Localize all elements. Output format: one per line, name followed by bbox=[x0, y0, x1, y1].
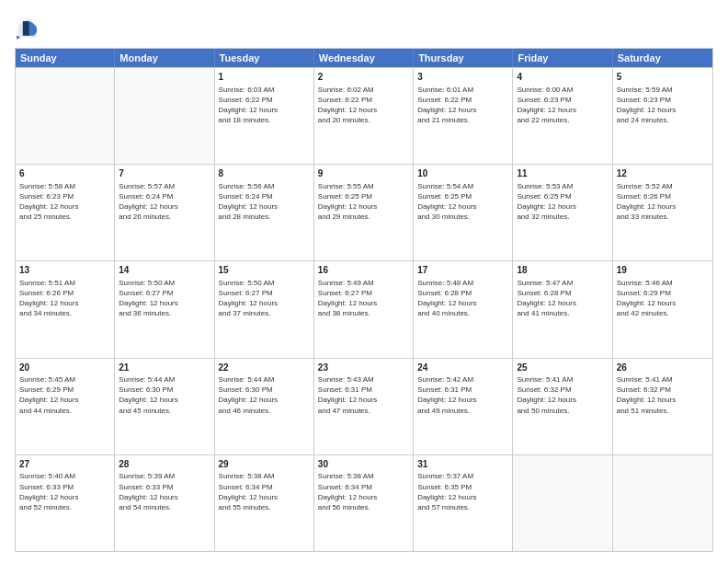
day-number: 13 bbox=[19, 264, 110, 277]
header-day-tuesday: Tuesday bbox=[215, 49, 314, 67]
day-number: 11 bbox=[517, 167, 608, 180]
header-day-wednesday: Wednesday bbox=[314, 49, 414, 67]
calendar-row-4: 20Sunrise: 5:45 AMSunset: 6:29 PMDayligh… bbox=[16, 358, 712, 454]
day-number: 1 bbox=[219, 71, 310, 84]
cell-text: Sunrise: 5:59 AMSunset: 6:23 PMDaylight:… bbox=[617, 85, 709, 126]
cell-text: Sunrise: 5:57 AMSunset: 6:24 PMDaylight:… bbox=[119, 181, 210, 223]
calendar-cell: 5Sunrise: 5:59 AMSunset: 6:23 PMDaylight… bbox=[613, 68, 712, 164]
calendar-cell: 6Sunrise: 5:58 AMSunset: 6:23 PMDaylight… bbox=[16, 165, 115, 260]
cell-text: Sunrise: 6:02 AMSunset: 6:22 PMDaylight:… bbox=[318, 85, 409, 126]
day-number: 24 bbox=[417, 362, 508, 374]
calendar-cell: 15Sunrise: 5:50 AMSunset: 6:27 PMDayligh… bbox=[215, 261, 314, 357]
header-day-saturday: Saturday bbox=[613, 49, 712, 67]
cell-text: Sunrise: 6:00 AMSunset: 6:23 PMDaylight:… bbox=[517, 85, 608, 126]
cell-text: Sunrise: 5:44 AMSunset: 6:30 PMDaylight:… bbox=[119, 374, 210, 416]
cell-text: Sunrise: 5:55 AMSunset: 6:25 PMDaylight:… bbox=[318, 181, 409, 223]
day-number: 12 bbox=[617, 167, 709, 180]
header-day-sunday: Sunday bbox=[16, 49, 115, 67]
calendar-cell bbox=[513, 455, 612, 551]
cell-text: Sunrise: 5:50 AMSunset: 6:27 PMDaylight:… bbox=[219, 278, 310, 319]
cell-text: Sunrise: 5:54 AMSunset: 6:25 PMDaylight:… bbox=[417, 181, 508, 223]
day-number: 30 bbox=[318, 458, 409, 471]
day-number: 28 bbox=[119, 458, 210, 471]
calendar-cell bbox=[16, 68, 115, 164]
cell-text: Sunrise: 5:58 AMSunset: 6:23 PMDaylight:… bbox=[19, 181, 110, 223]
cell-text: Sunrise: 5:38 AMSunset: 6:34 PMDaylight:… bbox=[219, 471, 310, 512]
day-number: 26 bbox=[617, 362, 709, 374]
calendar-cell: 24Sunrise: 5:42 AMSunset: 6:31 PMDayligh… bbox=[414, 359, 513, 454]
day-number: 3 bbox=[417, 71, 508, 84]
cell-text: Sunrise: 6:01 AMSunset: 6:22 PMDaylight:… bbox=[417, 85, 508, 126]
cell-text: Sunrise: 5:47 AMSunset: 6:28 PMDaylight:… bbox=[517, 278, 608, 319]
calendar-row-2: 6Sunrise: 5:58 AMSunset: 6:23 PMDaylight… bbox=[16, 164, 712, 260]
cell-text: Sunrise: 5:48 AMSunset: 6:28 PMDaylight:… bbox=[417, 278, 508, 319]
day-number: 19 bbox=[617, 264, 709, 277]
calendar-cell: 27Sunrise: 5:40 AMSunset: 6:33 PMDayligh… bbox=[16, 455, 115, 551]
calendar-cell bbox=[613, 455, 712, 551]
day-number: 31 bbox=[417, 458, 508, 471]
day-number: 8 bbox=[219, 167, 310, 180]
calendar-cell: 25Sunrise: 5:41 AMSunset: 6:32 PMDayligh… bbox=[513, 359, 612, 454]
day-number: 10 bbox=[417, 167, 508, 180]
day-number: 7 bbox=[119, 167, 210, 180]
day-number: 20 bbox=[19, 362, 110, 374]
calendar-cell: 17Sunrise: 5:48 AMSunset: 6:28 PMDayligh… bbox=[414, 261, 513, 357]
calendar-cell: 26Sunrise: 5:41 AMSunset: 6:32 PMDayligh… bbox=[613, 359, 712, 454]
day-number: 25 bbox=[517, 362, 608, 374]
calendar-cell: 18Sunrise: 5:47 AMSunset: 6:28 PMDayligh… bbox=[513, 261, 612, 357]
day-number: 27 bbox=[19, 458, 110, 471]
calendar-cell: 13Sunrise: 5:51 AMSunset: 6:26 PMDayligh… bbox=[16, 261, 115, 357]
calendar-cell: 21Sunrise: 5:44 AMSunset: 6:30 PMDayligh… bbox=[115, 359, 214, 454]
day-number: 17 bbox=[417, 264, 508, 277]
calendar-cell: 12Sunrise: 5:52 AMSunset: 6:26 PMDayligh… bbox=[613, 165, 712, 260]
header-day-monday: Monday bbox=[115, 49, 214, 67]
calendar-cell: 2Sunrise: 6:02 AMSunset: 6:22 PMDaylight… bbox=[314, 68, 414, 164]
calendar-cell: 19Sunrise: 5:46 AMSunset: 6:29 PMDayligh… bbox=[613, 261, 712, 357]
cell-text: Sunrise: 5:56 AMSunset: 6:24 PMDaylight:… bbox=[219, 181, 310, 223]
cell-text: Sunrise: 5:50 AMSunset: 6:27 PMDaylight:… bbox=[119, 278, 210, 319]
cell-text: Sunrise: 5:46 AMSunset: 6:29 PMDaylight:… bbox=[617, 278, 709, 319]
calendar-cell: 28Sunrise: 5:39 AMSunset: 6:33 PMDayligh… bbox=[115, 455, 214, 551]
calendar: SundayMondayTuesdayWednesdayThursdayFrid… bbox=[15, 48, 713, 552]
calendar-cell: 30Sunrise: 5:38 AMSunset: 6:34 PMDayligh… bbox=[314, 455, 414, 551]
cell-text: Sunrise: 5:41 AMSunset: 6:32 PMDaylight:… bbox=[617, 374, 709, 416]
logo: ▶ bbox=[15, 15, 44, 40]
day-number: 6 bbox=[19, 167, 110, 180]
day-number: 23 bbox=[318, 362, 409, 374]
calendar-cell: 11Sunrise: 5:53 AMSunset: 6:25 PMDayligh… bbox=[513, 165, 612, 260]
calendar-cell: 3Sunrise: 6:01 AMSunset: 6:22 PMDaylight… bbox=[414, 68, 513, 164]
logo-icon: ▶ bbox=[15, 15, 40, 40]
cell-text: Sunrise: 5:49 AMSunset: 6:27 PMDaylight:… bbox=[318, 278, 409, 319]
day-number: 15 bbox=[219, 264, 310, 277]
calendar-cell: 8Sunrise: 5:56 AMSunset: 6:24 PMDaylight… bbox=[215, 165, 314, 260]
cell-text: Sunrise: 5:37 AMSunset: 6:35 PMDaylight:… bbox=[417, 471, 508, 512]
calendar-row-5: 27Sunrise: 5:40 AMSunset: 6:33 PMDayligh… bbox=[16, 454, 712, 551]
calendar-header: SundayMondayTuesdayWednesdayThursdayFrid… bbox=[16, 49, 712, 67]
cell-text: Sunrise: 5:52 AMSunset: 6:26 PMDaylight:… bbox=[617, 181, 709, 223]
calendar-cell: 4Sunrise: 6:00 AMSunset: 6:23 PMDaylight… bbox=[513, 68, 612, 164]
header-day-thursday: Thursday bbox=[414, 49, 513, 67]
cell-text: Sunrise: 5:39 AMSunset: 6:33 PMDaylight:… bbox=[119, 471, 210, 512]
header-day-friday: Friday bbox=[513, 49, 612, 67]
calendar-cell: 9Sunrise: 5:55 AMSunset: 6:25 PMDaylight… bbox=[314, 165, 414, 260]
calendar-cell: 16Sunrise: 5:49 AMSunset: 6:27 PMDayligh… bbox=[314, 261, 414, 357]
day-number: 16 bbox=[318, 264, 409, 277]
day-number: 22 bbox=[219, 362, 310, 374]
day-number: 21 bbox=[119, 362, 210, 374]
calendar-row-3: 13Sunrise: 5:51 AMSunset: 6:26 PMDayligh… bbox=[16, 260, 712, 357]
cell-text: Sunrise: 5:51 AMSunset: 6:26 PMDaylight:… bbox=[19, 278, 110, 319]
calendar-cell: 29Sunrise: 5:38 AMSunset: 6:34 PMDayligh… bbox=[215, 455, 314, 551]
cell-text: Sunrise: 5:45 AMSunset: 6:29 PMDaylight:… bbox=[19, 374, 110, 416]
day-number: 29 bbox=[219, 458, 310, 471]
page: ▶ SundayMondayTuesdayWednesdayThursdayFr… bbox=[0, 0, 728, 563]
calendar-cell: 7Sunrise: 5:57 AMSunset: 6:24 PMDaylight… bbox=[115, 165, 214, 260]
day-number: 9 bbox=[318, 167, 409, 180]
day-number: 5 bbox=[617, 71, 709, 84]
cell-text: Sunrise: 5:44 AMSunset: 6:30 PMDaylight:… bbox=[219, 374, 310, 416]
cell-text: Sunrise: 5:43 AMSunset: 6:31 PMDaylight:… bbox=[318, 374, 409, 416]
header: ▶ bbox=[15, 11, 713, 40]
calendar-cell bbox=[115, 68, 214, 164]
calendar-body: 1Sunrise: 6:03 AMSunset: 6:22 PMDaylight… bbox=[16, 67, 712, 551]
calendar-cell: 10Sunrise: 5:54 AMSunset: 6:25 PMDayligh… bbox=[414, 165, 513, 260]
calendar-cell: 14Sunrise: 5:50 AMSunset: 6:27 PMDayligh… bbox=[115, 261, 214, 357]
